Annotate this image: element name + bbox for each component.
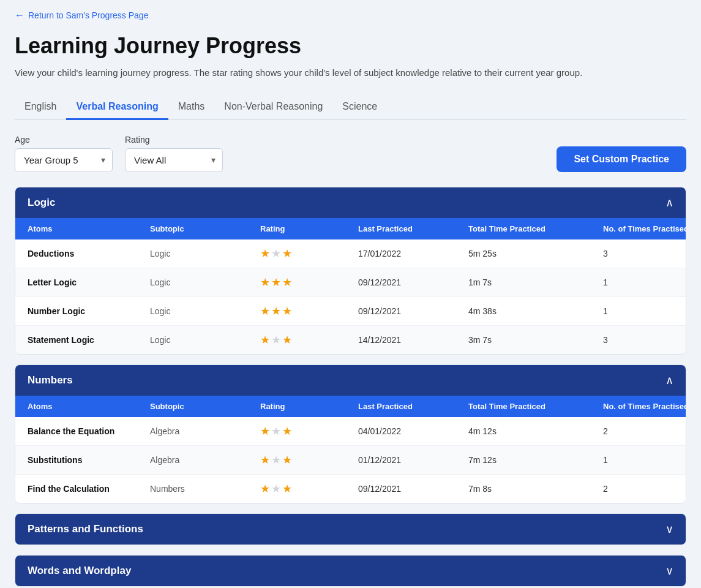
cell-last-practiced: 04/01/2022 <box>358 426 468 436</box>
cell-subtopic: Logic <box>150 335 260 345</box>
tab-english[interactable]: English <box>15 95 66 120</box>
cell-rating: ★★★ <box>260 424 358 438</box>
star-empty-icon: ★ <box>271 453 281 467</box>
cell-subtopic: Logic <box>150 306 260 316</box>
back-arrow-icon: ← <box>15 10 24 21</box>
star-filled-icon: ★ <box>282 482 292 496</box>
page-title: Learning Journey Progress <box>15 33 686 59</box>
rating-label: Rating <box>125 135 223 145</box>
tab-maths[interactable]: Maths <box>168 95 215 120</box>
col-header-logic-5: No. of Times Practised <box>603 224 686 233</box>
cell-rating: ★★★ <box>260 276 358 289</box>
col-header-numbers-0: Atoms <box>28 402 150 411</box>
age-select[interactable]: Year Group 3 Year Group 4 Year Group 5 Y… <box>15 148 113 172</box>
cell-atom: Balance the Equation <box>28 426 150 436</box>
cell-rating: ★★★ <box>260 333 358 347</box>
cell-last-practiced: 09/12/2021 <box>358 306 468 316</box>
cell-total-time: 3m 7s <box>468 335 603 345</box>
cell-last-practiced: 14/12/2021 <box>358 335 468 345</box>
col-header-numbers-4: Total Time Practiced <box>468 402 603 411</box>
cell-last-practiced: 09/12/2021 <box>358 277 468 287</box>
section-header-patterns-and-functions[interactable]: Patterns and Functions∨ <box>15 514 686 545</box>
star-filled-icon: ★ <box>260 276 270 289</box>
section-header-numbers[interactable]: Numbers∧ <box>15 365 686 396</box>
cell-rating: ★★★ <box>260 304 358 318</box>
section-title-words-and-wordplay: Words and Wordplay <box>28 565 131 577</box>
star-filled-icon: ★ <box>260 453 270 467</box>
col-header-logic-1: Subtopic <box>150 224 260 233</box>
age-filter-group: Age Year Group 3 Year Group 4 Year Group… <box>15 135 113 172</box>
section-chevron-logic: ∧ <box>665 196 673 209</box>
section-header-logic[interactable]: Logic∧ <box>15 187 686 218</box>
table-row: Find the CalculationNumbers★★★09/12/2021… <box>15 475 686 503</box>
star-filled-icon: ★ <box>260 424 270 438</box>
star-filled-icon: ★ <box>282 304 292 318</box>
section-chevron-numbers: ∧ <box>665 374 673 387</box>
cell-total-time: 7m 12s <box>468 455 603 465</box>
section-header-words-and-wordplay[interactable]: Words and Wordplay∨ <box>15 556 686 586</box>
table-row: Balance the EquationAlgebra★★★04/01/2022… <box>15 417 686 446</box>
star-empty-icon: ★ <box>271 333 281 347</box>
tab-non-verbal-reasoning[interactable]: Non-Verbal Reasoning <box>214 95 332 120</box>
cell-atom: Number Logic <box>28 306 150 316</box>
cell-total-time: 4m 38s <box>468 306 603 316</box>
star-filled-icon: ★ <box>260 247 270 260</box>
table-header-numbers: AtomsSubtopicRatingLast PracticedTotal T… <box>15 396 686 417</box>
cell-total-time: 7m 8s <box>468 484 603 494</box>
cell-times-practised: 3 <box>603 335 686 345</box>
table-row: Statement LogicLogic★★★14/12/20213m 7s3 <box>15 326 686 354</box>
cell-total-time: 5m 25s <box>468 249 603 258</box>
cell-times-practised: 1 <box>603 277 686 287</box>
subject-tabs: English Verbal Reasoning Maths Non-Verba… <box>15 95 686 120</box>
section-title-patterns-and-functions: Patterns and Functions <box>28 523 143 535</box>
cell-subtopic: Logic <box>150 277 260 287</box>
cell-times-practised: 1 <box>603 455 686 465</box>
cell-total-time: 1m 7s <box>468 277 603 287</box>
cell-last-practiced: 17/01/2022 <box>358 249 468 258</box>
col-header-logic-3: Last Practiced <box>358 224 468 233</box>
col-header-logic-2: Rating <box>260 224 358 233</box>
cell-last-practiced: 01/12/2021 <box>358 455 468 465</box>
star-filled-icon: ★ <box>282 453 292 467</box>
rating-select[interactable]: View All 1 Star 2 Stars 3 Stars <box>125 148 223 172</box>
filters-row: Age Year Group 3 Year Group 4 Year Group… <box>15 135 686 172</box>
section-title-numbers: Numbers <box>28 374 73 386</box>
star-filled-icon: ★ <box>260 304 270 318</box>
cell-atom: Substitutions <box>28 455 150 465</box>
star-filled-icon: ★ <box>271 276 281 289</box>
cell-last-practiced: 09/12/2021 <box>358 484 468 494</box>
back-link[interactable]: ← Return to Sam's Progress Page <box>15 10 148 21</box>
table-row: Letter LogicLogic★★★09/12/20211m 7s1 <box>15 268 686 297</box>
star-empty-icon: ★ <box>271 247 281 260</box>
star-filled-icon: ★ <box>271 304 281 318</box>
sections-container: Logic∧AtomsSubtopicRatingLast PracticedT… <box>15 187 686 587</box>
table-rows-logic: DeductionsLogic★★★17/01/20225m 25s3Lette… <box>15 239 686 354</box>
section-chevron-words-and-wordplay: ∨ <box>665 564 673 578</box>
section-words-and-wordplay: Words and Wordplay∨ <box>15 555 686 587</box>
cell-total-time: 4m 12s <box>468 426 603 436</box>
star-filled-icon: ★ <box>260 482 270 496</box>
set-custom-practice-button[interactable]: Set Custom Practice <box>557 146 686 172</box>
col-header-numbers-5: No. of Times Practised <box>603 402 686 411</box>
table-row: Number LogicLogic★★★09/12/20214m 38s1 <box>15 297 686 326</box>
age-label: Age <box>15 135 113 145</box>
tab-science[interactable]: Science <box>332 95 387 120</box>
tab-verbal-reasoning[interactable]: Verbal Reasoning <box>66 95 168 120</box>
section-chevron-patterns-and-functions: ∨ <box>665 522 673 536</box>
col-header-numbers-3: Last Practiced <box>358 402 468 411</box>
star-filled-icon: ★ <box>282 424 292 438</box>
cell-rating: ★★★ <box>260 482 358 496</box>
cell-atom: Letter Logic <box>28 277 150 287</box>
star-empty-icon: ★ <box>271 424 281 438</box>
star-filled-icon: ★ <box>282 247 292 260</box>
cell-atom: Find the Calculation <box>28 484 150 494</box>
star-filled-icon: ★ <box>260 333 270 347</box>
cell-rating: ★★★ <box>260 453 358 467</box>
rating-filter-group: Rating View All 1 Star 2 Stars 3 Stars <box>125 135 223 172</box>
cell-times-practised: 2 <box>603 426 686 436</box>
table-row: SubstitutionsAlgebra★★★01/12/20217m 12s1 <box>15 446 686 475</box>
cell-times-practised: 1 <box>603 306 686 316</box>
table-header-logic: AtomsSubtopicRatingLast PracticedTotal T… <box>15 218 686 239</box>
star-filled-icon: ★ <box>282 333 292 347</box>
cell-subtopic: Algebra <box>150 426 260 436</box>
